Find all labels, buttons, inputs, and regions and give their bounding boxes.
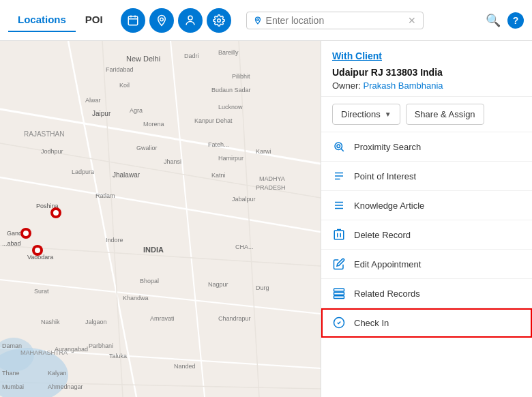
related-records-label: Related Records [354,289,420,299]
svg-text:Daman: Daman [2,342,22,349]
svg-text:Jabalpur: Jabalpur [232,196,256,203]
tab-locations[interactable]: Locations [8,8,76,32]
proximity-search-label: Proximity Search [354,142,421,152]
share-assign-button[interactable]: Share & Assign [406,104,484,125]
svg-text:Surat: Surat [34,288,49,295]
svg-rect-95 [334,289,344,291]
svg-text:Ahmednagar: Ahmednagar [48,383,83,390]
svg-text:MADHYA: MADHYA [259,175,285,182]
menu-list: Proximity Search Point of Interest Knowl… [321,132,532,338]
main-content: New Delhi Dadri Bareilly Pilibhit Budaun… [0,41,532,397]
svg-point-7 [256,18,258,20]
svg-text:Chandrapur: Chandrapur [218,315,251,322]
svg-text:Ratlam: Ratlam [95,192,115,199]
svg-text:CHA...: CHA... [235,244,254,250]
point-of-interest-label: Point of Interest [354,171,416,181]
location-header-section: With Client Udaipur RJ 313803 India Owne… [321,41,532,97]
svg-text:Kanpur Dehat: Kanpur Dehat [194,117,233,124]
check-in-label: Check In [354,318,389,328]
svg-text:Dadri: Dadri [184,53,199,59]
nav-tabs: Locations POI [8,8,113,32]
svg-point-80 [35,248,40,253]
calendar-icon[interactable] [121,8,145,33]
location-title: Udaipur RJ 313803 India [332,67,521,78]
point-of-interest-icon [332,169,346,183]
svg-point-6 [217,18,220,22]
directions-label: Directions [341,109,381,119]
menu-item-delete-record[interactable]: Delete Record [321,220,532,250]
check-in-icon [332,316,346,329]
svg-point-5 [188,16,192,20]
related-records-icon [332,286,346,300]
toolbar-icons [121,8,231,33]
svg-text:Gwalior: Gwalior [136,145,158,151]
owner-name-link[interactable]: Prakash Bambhania [364,80,443,91]
edit-appointment-label: Edit Appointment [354,259,421,269]
menu-item-check-in[interactable]: Check In [321,308,532,338]
svg-point-4 [160,18,163,21]
gear-icon[interactable] [207,8,231,33]
svg-text:Bhopal: Bhopal [140,278,159,284]
svg-text:Faridabad: Faridabad [106,66,134,73]
help-icon[interactable]: ? [507,12,524,29]
person-icon[interactable] [178,8,203,33]
chevron-down-icon: ▼ [385,111,391,118]
svg-text:Morena: Morena [143,121,164,128]
location-pin-icon[interactable] [149,8,174,33]
svg-text:Jaipur: Jaipur [92,110,111,117]
svg-point-81 [335,143,342,150]
owner-row: Owner: Prakash Bambhania [332,80,521,91]
svg-text:Lucknow: Lucknow [218,104,243,111]
menu-item-point-of-interest[interactable]: Point of Interest [321,162,532,191]
svg-text:Jodhpur: Jodhpur [41,148,63,155]
svg-text:INDIA: INDIA [143,246,164,254]
svg-text:Karwi: Karwi [256,148,271,155]
menu-item-edit-appointment[interactable]: Edit Appointment [321,250,532,279]
with-client-link[interactable]: With Client [332,50,382,61]
detail-panel: With Client Udaipur RJ 313803 India Owne… [321,41,532,397]
svg-text:Taluka: Taluka [109,353,127,359]
svg-rect-8 [0,41,321,397]
svg-text:Ladpura: Ladpura [72,168,94,175]
menu-item-related-records[interactable]: Related Records [321,279,532,308]
svg-text:Nashik: Nashik [41,319,60,325]
clear-search-icon[interactable]: ✕ [408,15,416,26]
svg-text:Hamirpur: Hamirpur [218,155,243,162]
svg-text:Thane: Thane [2,370,20,377]
svg-text:Aurangabad: Aurangabad [55,346,88,353]
knowledge-article-icon [332,198,346,212]
action-buttons-row: Directions ▼ Share & Assign [321,97,532,132]
menu-item-proximity-search[interactable]: Proximity Search [321,132,532,162]
svg-text:Fateh...: Fateh... [208,141,229,148]
svg-text:Pilibhit: Pilibhit [232,73,250,80]
delete-record-icon [332,228,346,241]
directions-button[interactable]: Directions ▼ [332,104,400,125]
svg-text:New Delhi: New Delhi [126,55,160,63]
svg-text:Agra: Agra [130,107,143,114]
svg-text:Khandwa: Khandwa [123,295,149,302]
search-input[interactable] [266,15,404,26]
svg-text:Parbhani: Parbhani [89,342,113,349]
svg-rect-96 [334,293,344,295]
map-svg: New Delhi Dadri Bareilly Pilibhit Budaun… [0,41,321,397]
svg-text:Budaun Sadar: Budaun Sadar [211,87,251,93]
owner-label: Owner: [332,80,361,91]
svg-text:Jhansi: Jhansi [164,158,181,165]
menu-item-knowledge-article[interactable]: Knowledge Article [321,191,532,220]
edit-appointment-icon [332,257,346,271]
tab-poi[interactable]: POI [76,8,113,32]
svg-text:Amravati: Amravati [150,315,175,322]
svg-text:Jalgaon: Jalgaon [85,319,107,325]
svg-point-82 [337,145,340,148]
svg-text:Nagpur: Nagpur [208,281,228,288]
svg-text:...abad: ...abad [2,240,21,247]
svg-rect-97 [334,296,344,299]
app-header: Locations POI ✕ 🔍 ? [0,0,532,41]
location-search-bar[interactable]: ✕ [246,12,424,29]
map-container[interactable]: New Delhi Dadri Bareilly Pilibhit Budaun… [0,41,321,397]
header-utility-icons: 🔍 ? [486,12,524,29]
search-icon[interactable]: 🔍 [486,13,501,28]
svg-line-83 [341,149,343,151]
svg-text:Mumbai: Mumbai [2,383,24,390]
svg-text:Bareilly: Bareilly [218,49,239,56]
